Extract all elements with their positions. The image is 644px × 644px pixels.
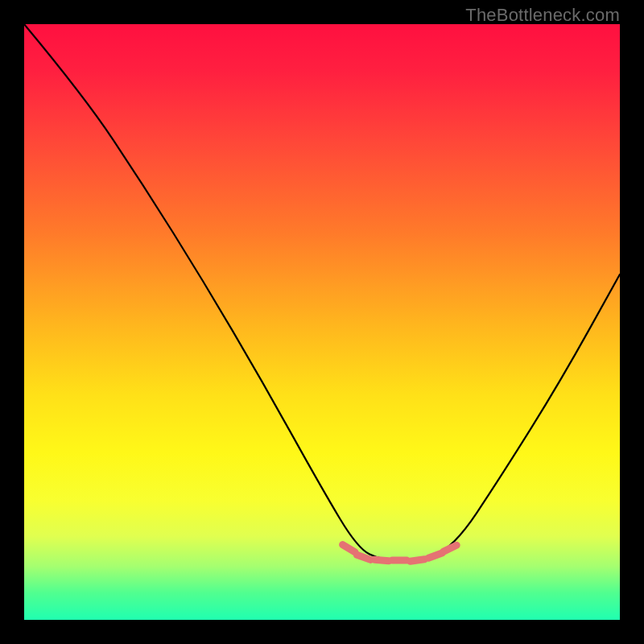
- plot-area: [24, 24, 620, 620]
- chart-frame: TheBottleneck.com: [0, 0, 644, 644]
- bottleneck-curve: [24, 24, 620, 620]
- watermark-text: TheBottleneck.com: [465, 5, 620, 26]
